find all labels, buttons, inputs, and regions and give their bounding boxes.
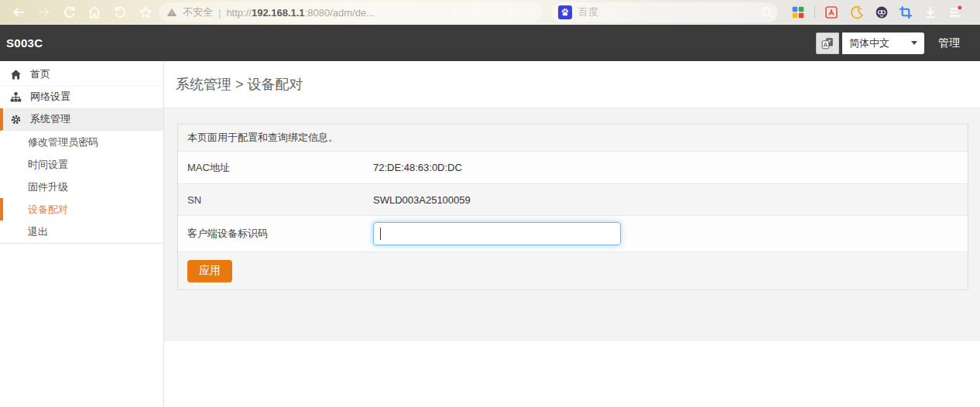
language-value: 简体中文 [849,36,889,50]
back-icon[interactable] [9,3,28,22]
robot-icon[interactable] [872,3,891,22]
app-header: S003C 简体中文 管理 [0,25,980,61]
baidu-logo-icon [558,5,572,19]
client-id-input[interactable] [373,222,621,245]
home-icon [10,69,22,80]
sidebar-item-system[interactable]: 系统管理 [0,108,163,131]
client-id-label: 客户端设备标识码 [178,227,373,241]
mac-value: 72:DE:48:63:0D:DC [373,162,462,173]
search-engine-label: 百度 [578,5,772,19]
sidebar-subitem-logout[interactable]: 退出 [0,221,163,243]
pdf-icon[interactable] [822,3,841,22]
sidebar: 首页 网络设置 系统管理 修改管理员密码 时间设置 固件升级 [0,61,164,407]
menu-icon[interactable] [946,3,965,22]
main-content: 系统管理 > 设备配对 本页面用于配置和查询绑定信息。 MAC地址 72:DE:… [164,61,980,407]
apply-button[interactable]: 应用 [187,260,232,282]
search-icon[interactable] [758,3,776,22]
sidebar-item-home[interactable]: 首页 [0,63,163,86]
pairing-panel: 本页面用于配置和查询绑定信息。 MAC地址 72:DE:48:63:0D:DC … [177,124,968,290]
reload-icon[interactable] [60,3,79,22]
language-select[interactable]: 简体中文 [842,32,924,54]
sidebar-subitem-change-password[interactable]: 修改管理员密码 [0,131,163,153]
translate-page-icon[interactable] [486,3,505,22]
undo-icon[interactable] [111,3,129,22]
address-bar[interactable]: 不安全 | http://192.168.1.1:8080/adm/de... [159,2,543,22]
sn-label: SN [178,194,373,206]
sidebar-item-label: 网络设置 [30,90,70,104]
warning-icon [166,7,177,18]
search-bar[interactable]: 百度 [552,2,778,22]
lightning-icon[interactable] [446,3,464,22]
star-icon[interactable] [136,3,155,22]
security-label: 不安全 [183,5,213,19]
sidebar-item-label: 系统管理 [30,112,70,126]
breadcrumb: 系统管理 > 设备配对 [176,75,303,94]
sidebar-item-label: 首页 [30,67,50,81]
text-caret [380,227,381,240]
select-caret-icon [911,41,917,45]
crop-icon[interactable] [896,3,915,22]
download-icon[interactable] [921,3,940,22]
admin-link[interactable]: 管理 [938,36,960,50]
sidebar-item-network[interactable]: 网络设置 [0,86,163,108]
url-text: http://192.168.1.1:8080/adm/de... [226,7,375,19]
device-title: S003C [6,36,43,50]
share-icon[interactable] [466,3,485,22]
home-icon[interactable] [85,3,104,22]
page-description: 本页面用于配置和查询绑定信息。 [178,131,338,145]
sidebar-subitem-firmware-upgrade[interactable]: 固件升级 [0,176,163,198]
apps-grid-icon[interactable] [789,3,807,22]
translate-button[interactable] [816,32,839,54]
chevron-down-icon[interactable] [522,3,540,22]
forward-icon[interactable] [35,3,53,22]
sn-value: SWLD003A25100059 [373,194,471,206]
sidebar-subitem-time-settings[interactable]: 时间设置 [0,153,163,176]
mac-row: MAC地址 72:DE:48:63:0D:DC [178,152,968,184]
bookmark-star-icon[interactable] [503,3,522,22]
sn-row: SN SWLD003A25100059 [178,184,968,216]
sidebar-subitem-device-pairing[interactable]: 设备配对 [0,198,163,221]
network-icon [10,91,22,103]
toolbar-separator [814,6,815,19]
translate-icon [821,37,834,50]
mac-label: MAC地址 [178,161,373,175]
browser-toolbar: 不安全 | http://192.168.1.1:8080/adm/de... … [0,0,980,25]
content-area: 本页面用于配置和查询绑定信息。 MAC地址 72:DE:48:63:0D:DC … [164,108,980,341]
moon-icon[interactable] [848,3,866,22]
client-id-row: 客户端设备标识码 [178,216,968,252]
gear-icon [10,114,22,125]
